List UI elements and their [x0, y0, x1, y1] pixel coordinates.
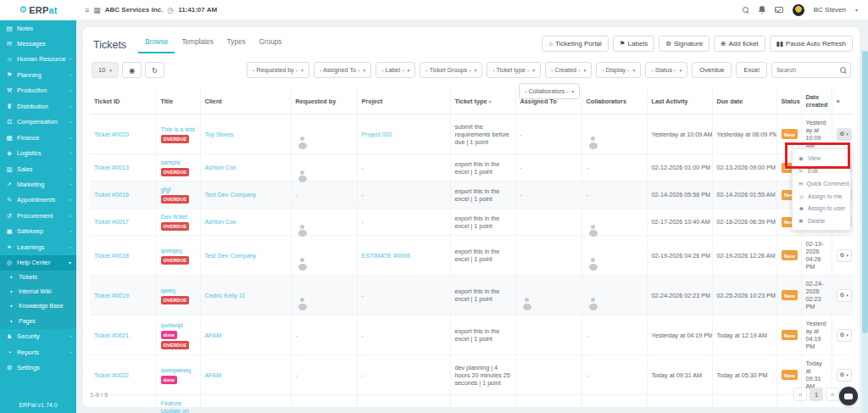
- pagination-page-1[interactable]: 1: [810, 388, 823, 401]
- vertical-scrollbar[interactable]: [862, 51, 868, 413]
- notifications-bell-icon[interactable]: [759, 6, 765, 14]
- project-link[interactable]: ESTIMATE #0006: [362, 252, 410, 260]
- client-link[interactable]: Cedric Kelly 11: [205, 292, 246, 299]
- sidebar-item-learnings[interactable]: ✦Learnings›: [0, 239, 76, 254]
- sidebar-subitem-knowledge-base[interactable]: •Knowledge Base: [0, 299, 76, 314]
- sidebar-item-procurement[interactable]: ↺Procurement›: [0, 208, 76, 223]
- client-link[interactable]: Test Dev Company: [205, 191, 257, 198]
- hamburger-icon[interactable]: ≡: [85, 6, 89, 14]
- labels-button[interactable]: ⚑Labels: [613, 36, 654, 52]
- column-header-collaborators[interactable]: Collaborators: [581, 88, 647, 114]
- menu-item-quick-comment[interactable]: ✉Quick Comment: [793, 177, 850, 190]
- signature-button[interactable]: ⚙Signature: [659, 36, 709, 52]
- sidebar-item-sales[interactable]: ▥Sales›: [0, 161, 76, 176]
- menu-item-view[interactable]: ◉View: [793, 152, 850, 165]
- collaborators-filter[interactable]: - Collaborators -▾: [519, 83, 580, 99]
- user-avatar[interactable]: [793, 4, 804, 16]
- ticket-id-link[interactable]: Ticket #0018: [94, 252, 129, 260]
- sidebar-item-safekeep[interactable]: ▣Safekeep›: [0, 224, 76, 239]
- ticket-id-link[interactable]: Ticket #0022: [94, 371, 129, 379]
- column-header-status[interactable]: Status: [776, 88, 801, 114]
- ticket-title-link[interactable]: This is a test: [161, 126, 195, 133]
- sidebar-item-logistics[interactable]: ◈Logistics›: [0, 146, 76, 161]
- ticket-id-link[interactable]: Ticket #0021: [94, 332, 129, 339]
- ticket-id-link[interactable]: Ticket #0013: [94, 164, 129, 171]
- column-header-ticket-id[interactable]: Ticket ID: [90, 88, 156, 114]
- sidebar-item-compensation[interactable]: ⚖Compensation›: [0, 114, 76, 130]
- tab-types[interactable]: Types: [220, 34, 253, 53]
- sidebar-item-help-center[interactable]: ◎Help Center▾: [0, 255, 76, 271]
- ticket-title-link[interactable]: Dev ticket: [161, 213, 188, 220]
- ticket-title-link[interactable]: qwdwqd: [161, 321, 183, 329]
- sidebar-item-planning[interactable]: ⚑Planning›: [0, 67, 76, 82]
- project-link[interactable]: Project 002: [362, 131, 392, 138]
- sidebar-subitem-tickets[interactable]: •Tickets: [0, 271, 76, 285]
- filter-assigned-to[interactable]: - Assigned To -▾: [314, 62, 371, 78]
- filter-label[interactable]: - Label -▾: [376, 62, 415, 78]
- column-header-requested-by[interactable]: Requested by: [291, 88, 357, 114]
- sidebar-item-marketing[interactable]: ↗Marketing›: [0, 176, 76, 192]
- chat-fab-button[interactable]: [839, 387, 858, 405]
- filter-requested-by[interactable]: - Requested by -▾: [247, 62, 309, 78]
- tab-templates[interactable]: Templates: [175, 34, 220, 53]
- messages-mail-icon[interactable]: [775, 7, 783, 13]
- column-header-ticket-type[interactable]: Ticket type▾: [450, 88, 515, 114]
- row-actions-button[interactable]: ⚙▾: [837, 249, 852, 262]
- sidebar-item-human-resource[interactable]: ☺Human Resource›: [0, 52, 76, 67]
- add-ticket-button[interactable]: ⊕Add ticket: [714, 36, 765, 52]
- tab-browse[interactable]: Browse: [138, 34, 175, 53]
- sidebar-item-security[interactable]: ♞Security›: [0, 329, 76, 344]
- search-icon[interactable]: [743, 7, 749, 14]
- ticket-title-link[interactable]: qweq: [161, 287, 175, 294]
- filter-display[interactable]: - Display -▾: [596, 62, 641, 78]
- sidebar-subitem-pages[interactable]: •Pages: [0, 314, 76, 328]
- client-link[interactable]: Test Dev Company: [205, 252, 257, 260]
- menu-item-assign-to-me[interactable]: ☺Assign to me: [793, 191, 850, 203]
- user-name[interactable]: BC Steven: [814, 6, 846, 14]
- page-size-select[interactable]: 10▾: [92, 62, 119, 78]
- sidebar-item-reports[interactable]: ◔Reports›: [0, 344, 76, 360]
- tab-groups[interactable]: Groups: [253, 34, 289, 53]
- column-header-last-activity[interactable]: Last Activity: [647, 88, 712, 114]
- app-logo[interactable]: ⚙ ERPat: [0, 4, 76, 15]
- ticket-title-link[interactable]: qweqwewq: [161, 366, 192, 374]
- sidebar-item-notes[interactable]: ▤Notes: [0, 20, 76, 36]
- ticket-title-link[interactable]: gfgf: [161, 186, 171, 193]
- overdue-button[interactable]: Overdue: [692, 62, 732, 78]
- sidebar-item-settings[interactable]: ⚙Settings: [0, 360, 76, 375]
- excel-button[interactable]: Excel: [736, 62, 767, 78]
- ticket-title-link[interactable]: sample: [161, 159, 181, 166]
- client-link[interactable]: Ashton Cox: [205, 164, 236, 171]
- column-header-date-created[interactable]: Date created: [801, 88, 832, 114]
- ticketing-portal-button[interactable]: ⌂Ticketing Portal: [542, 36, 608, 52]
- search-input[interactable]: [776, 66, 840, 74]
- ticket-id-link[interactable]: Ticket #0020: [94, 131, 129, 138]
- column-header-title[interactable]: Title: [156, 88, 200, 114]
- pause-auto-refresh-button[interactable]: ▮▮Pause Auto Refresh: [770, 36, 853, 52]
- scrollbar-thumb[interactable]: [862, 51, 868, 333]
- pagination-prev-button[interactable]: «: [793, 388, 807, 401]
- sidebar-item-distribution[interactable]: ♜Distribution›: [0, 98, 76, 114]
- column-header-client[interactable]: Client: [200, 88, 291, 114]
- column-visibility-button[interactable]: ◉: [122, 62, 142, 78]
- client-link[interactable]: AFAM: [205, 332, 222, 339]
- client-link[interactable]: AFAM: [205, 371, 222, 379]
- filter-status[interactable]: - Status -▾: [645, 62, 687, 78]
- column-menu-header[interactable]: ≡: [832, 88, 853, 114]
- menu-item-delete[interactable]: ✖Delete: [793, 215, 850, 227]
- column-header-project[interactable]: Project: [357, 88, 450, 114]
- ticket-id-link[interactable]: Ticket #0019: [94, 292, 129, 299]
- pagination-next-button[interactable]: »: [826, 388, 839, 401]
- ticket-title-link[interactable]: qweqeq: [161, 247, 182, 254]
- sidebar-item-production[interactable]: ⚒Production›: [0, 83, 76, 98]
- sidebar-item-finance[interactable]: ▦Finance›: [0, 130, 76, 145]
- row-actions-button[interactable]: ⚙▾: [837, 128, 852, 141]
- menu-item-edit[interactable]: ✎Edit: [793, 165, 850, 177]
- ticket-id-link[interactable]: Ticket #0016: [94, 191, 129, 198]
- filter-ticket-groups[interactable]: - Ticket Groups -▾: [420, 62, 482, 78]
- row-actions-button[interactable]: ⚙▾: [837, 329, 852, 342]
- client-link[interactable]: Toy Stores: [205, 131, 234, 138]
- row-actions-button[interactable]: ⚙▾: [837, 369, 852, 382]
- row-actions-button[interactable]: ⚙▾: [837, 289, 852, 302]
- column-header-due-date[interactable]: Due date: [712, 88, 776, 114]
